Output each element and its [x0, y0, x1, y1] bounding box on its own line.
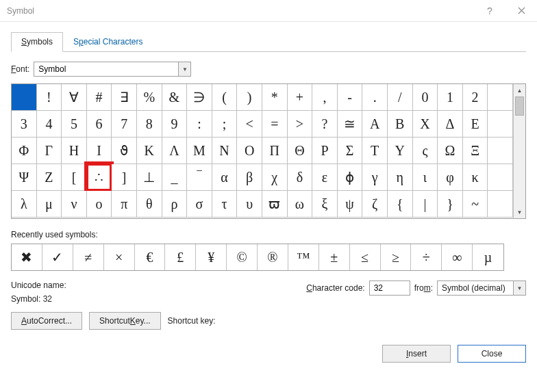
symbol-cell[interactable]: |	[413, 191, 438, 218]
symbol-cell[interactable]: ∋	[187, 84, 212, 111]
symbol-cell[interactable]: ω	[288, 191, 313, 218]
symbol-cell[interactable]: _	[162, 164, 188, 191]
symbol-cell[interactable]: ϖ	[262, 191, 288, 218]
symbol-cell[interactable]: φ	[438, 164, 463, 191]
symbol-cell[interactable]: Λ	[162, 138, 188, 164]
help-button[interactable]: ?	[474, 0, 505, 22]
symbol-cell[interactable]: :	[187, 111, 212, 138]
character-code-input[interactable]	[369, 280, 410, 296]
symbol-cell[interactable]: }	[438, 191, 463, 218]
symbol-cell[interactable]: π	[112, 191, 137, 218]
symbol-cell[interactable]: ≅	[338, 111, 363, 138]
symbol-cell[interactable]: ϕ	[338, 164, 363, 191]
symbol-cell[interactable]: Θ	[288, 138, 313, 164]
symbol-cell[interactable]: ι	[413, 164, 438, 191]
symbol-cell[interactable]: λ	[12, 191, 37, 218]
scroll-track[interactable]	[514, 96, 525, 206]
symbol-cell[interactable]: ;	[212, 111, 238, 138]
recent-symbols-grid[interactable]: ✖✓≠×€£¥©®™±≤≥÷∞µ	[11, 244, 504, 271]
recent-symbol-cell[interactable]: ™	[288, 244, 319, 270]
recent-symbol-cell[interactable]: £	[165, 244, 196, 270]
symbol-cell[interactable]: Γ	[37, 138, 62, 164]
symbol-cell[interactable]: μ	[37, 191, 62, 218]
symbol-cell[interactable]: *	[262, 84, 288, 111]
symbol-cell[interactable]: 9	[162, 111, 188, 138]
symbol-cell[interactable]	[488, 138, 513, 164]
symbol-cell[interactable]: τ	[212, 191, 238, 218]
recent-symbol-cell[interactable]: €	[135, 244, 166, 270]
symbol-cell[interactable]: θ	[137, 191, 162, 218]
symbol-cell[interactable]: ρ	[162, 191, 188, 218]
autocorrect-button[interactable]: AutoCorrect...	[11, 312, 82, 330]
recent-symbol-cell[interactable]: ®	[258, 244, 288, 270]
symbol-cell[interactable]: 6	[87, 111, 112, 138]
grid-scrollbar[interactable]: ▲ ▼	[513, 84, 525, 218]
recent-symbol-cell[interactable]: ≥	[381, 244, 412, 270]
recent-symbol-cell[interactable]: ∞	[442, 244, 473, 270]
symbol-cell[interactable]: [	[62, 164, 87, 191]
symbol-cell[interactable]: σ	[187, 191, 212, 218]
symbol-cell[interactable]: α	[212, 164, 238, 191]
symbol-cell[interactable]: -	[338, 84, 363, 111]
from-combobox[interactable]: Symbol (decimal) ▼	[437, 280, 526, 296]
symbol-cell[interactable]: /	[388, 84, 413, 111]
symbol-cell[interactable]	[488, 84, 513, 111]
symbol-cell[interactable]: ?	[312, 111, 338, 138]
recent-symbol-cell[interactable]: ✖	[12, 244, 42, 270]
symbol-cell[interactable]: =	[262, 111, 288, 138]
symbol-cell[interactable]: γ	[362, 164, 388, 191]
recent-symbol-cell[interactable]: ✓	[42, 244, 73, 270]
font-dropdown-button[interactable]: ▼	[178, 62, 190, 76]
symbol-cell[interactable]: %	[137, 84, 162, 111]
symbol-cell[interactable]: ο	[87, 191, 112, 218]
symbol-cell[interactable]: Ρ	[312, 138, 338, 164]
recent-symbol-cell[interactable]: ±	[319, 244, 350, 270]
symbol-cell[interactable]: χ	[262, 164, 288, 191]
symbol-cell[interactable]: Υ	[388, 138, 413, 164]
from-dropdown-button[interactable]: ▼	[513, 281, 525, 295]
scroll-thumb[interactable]	[515, 96, 524, 116]
recent-symbol-cell[interactable]: ÷	[411, 244, 442, 270]
symbol-cell[interactable]	[12, 84, 37, 111]
font-input[interactable]	[34, 62, 178, 76]
symbol-cell[interactable]: Ω	[438, 138, 463, 164]
recent-symbol-cell[interactable]: ≠	[73, 244, 104, 270]
symbol-cell[interactable]: 5	[62, 111, 87, 138]
symbol-cell[interactable]: ⊥	[137, 164, 162, 191]
symbol-cell[interactable]: Ο	[237, 138, 262, 164]
symbol-cell[interactable]: ∀	[62, 84, 87, 111]
symbol-cell[interactable]: Ι	[87, 138, 112, 164]
symbol-cell[interactable]: Ψ	[12, 164, 37, 191]
symbol-cell[interactable]: )	[237, 84, 262, 111]
symbol-cell[interactable]: >	[288, 111, 313, 138]
recent-symbol-cell[interactable]: ≤	[350, 244, 381, 270]
symbol-cell[interactable]: υ	[237, 191, 262, 218]
symbol-cell[interactable]: ~	[463, 191, 488, 218]
symbol-cell[interactable]: β	[237, 164, 262, 191]
symbol-cell[interactable]: Φ	[12, 138, 37, 164]
symbol-cell[interactable]: Ε	[463, 111, 488, 138]
symbol-cell[interactable]: Ν	[212, 138, 238, 164]
symbol-cell[interactable]: &	[162, 84, 188, 111]
symbol-cell[interactable]	[488, 111, 513, 138]
tab-special-characters[interactable]: Special Characters	[63, 32, 153, 52]
symbol-cell[interactable]: 7	[112, 111, 137, 138]
symbol-cell[interactable]: 4	[37, 111, 62, 138]
symbol-cell[interactable]: κ	[463, 164, 488, 191]
symbol-cell[interactable]: !	[37, 84, 62, 111]
symbol-cell[interactable]: Β	[388, 111, 413, 138]
symbol-cell[interactable]: 0	[413, 84, 438, 111]
symbol-cell[interactable]: ‾	[187, 164, 212, 191]
symbol-cell[interactable]: .	[362, 84, 388, 111]
symbol-cell[interactable]: Σ	[338, 138, 363, 164]
symbol-cell[interactable]: ν	[62, 191, 87, 218]
symbol-cell[interactable]: Χ	[413, 111, 438, 138]
symbol-cell[interactable]: Ξ	[463, 138, 488, 164]
symbol-cell[interactable]: Δ	[438, 111, 463, 138]
symbol-cell[interactable]: ϑ	[112, 138, 137, 164]
font-combobox[interactable]: ▼	[34, 62, 191, 77]
symbol-cell[interactable]: Ζ	[37, 164, 62, 191]
symbol-cell[interactable]	[488, 164, 513, 191]
symbol-cell[interactable]: 3	[12, 111, 37, 138]
symbol-cell[interactable]: (	[212, 84, 238, 111]
